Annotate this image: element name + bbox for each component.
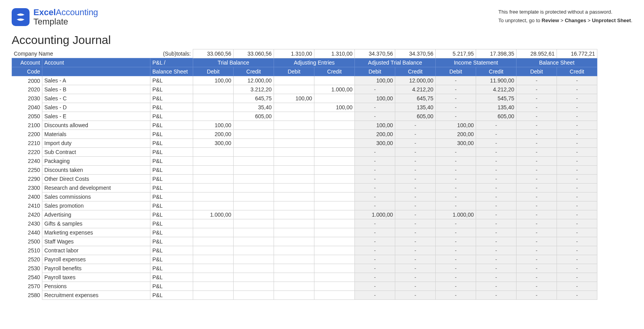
cell-account[interactable]: Sales promotion [42, 201, 150, 210]
cell-adj-debit[interactable] [274, 201, 314, 210]
cell-tb-debit[interactable] [193, 175, 234, 184]
cell-tb-debit[interactable] [193, 112, 234, 121]
cell-code[interactable]: 2050 [12, 112, 42, 121]
cell-account[interactable]: Recruitment expenses [42, 291, 150, 300]
cell-tb-credit[interactable] [234, 166, 274, 175]
cell-code[interactable]: 2040 [12, 103, 42, 112]
cell-is-debit[interactable]: - [436, 273, 476, 282]
cell-atb-credit[interactable]: 12.000,00 [395, 76, 436, 85]
cell-type[interactable]: P&L [150, 228, 193, 237]
cell-tb-debit[interactable] [193, 192, 234, 201]
cell-tb-debit[interactable] [193, 201, 234, 210]
cell-bs-debit[interactable]: - [517, 246, 557, 255]
cell-tb-debit[interactable] [193, 157, 234, 166]
cell-tb-debit[interactable] [193, 184, 234, 192]
cell-tb-debit[interactable] [193, 166, 234, 175]
cell-type[interactable]: P&L [150, 130, 193, 139]
cell-atb-credit[interactable]: - [395, 139, 436, 148]
cell-atb-debit[interactable]: - [355, 157, 395, 166]
cell-bs-credit[interactable]: - [557, 219, 597, 228]
cell-atb-debit[interactable]: 100,00 [355, 94, 395, 103]
cell-atb-debit[interactable]: - [355, 237, 395, 246]
cell-code[interactable]: 2580 [12, 291, 42, 300]
cell-tb-debit[interactable] [193, 219, 234, 228]
cell-type[interactable]: P&L [150, 175, 193, 184]
cell-code[interactable]: 2250 [12, 166, 42, 175]
cell-tb-credit[interactable] [234, 282, 274, 291]
cell-is-debit[interactable]: - [436, 246, 476, 255]
cell-bs-credit[interactable]: - [557, 76, 597, 85]
cell-bs-debit[interactable]: - [517, 264, 557, 273]
cell-account[interactable]: Other Direct Costs [42, 175, 150, 184]
cell-code[interactable]: 2420 [12, 210, 42, 219]
cell-adj-credit[interactable] [314, 246, 355, 255]
cell-is-debit[interactable]: - [436, 228, 476, 237]
cell-adj-credit[interactable] [314, 94, 355, 103]
cell-atb-credit[interactable]: - [395, 255, 436, 264]
cell-bs-credit[interactable]: - [557, 264, 597, 273]
cell-tb-credit[interactable] [234, 139, 274, 148]
cell-bs-debit[interactable]: - [517, 219, 557, 228]
cell-adj-debit[interactable] [274, 282, 314, 291]
cell-atb-credit[interactable]: 4.212,20 [395, 85, 436, 94]
cell-account[interactable]: Staff Wages [42, 237, 150, 246]
cell-is-credit[interactable]: - [476, 184, 517, 192]
cell-atb-credit[interactable]: - [395, 157, 436, 166]
cell-is-credit[interactable]: - [476, 121, 517, 130]
cell-atb-debit[interactable]: - [355, 255, 395, 264]
cell-tb-credit[interactable] [234, 246, 274, 255]
cell-account[interactable]: Research and development [42, 184, 150, 192]
cell-atb-credit[interactable]: - [395, 184, 436, 192]
cell-atb-debit[interactable]: 100,00 [355, 76, 395, 85]
cell-account[interactable]: Pensions [42, 282, 150, 291]
cell-tb-credit[interactable] [234, 219, 274, 228]
cell-bs-credit[interactable]: - [557, 85, 597, 94]
cell-code[interactable]: 2000 [12, 76, 42, 85]
cell-tb-credit[interactable] [234, 157, 274, 166]
cell-bs-debit[interactable]: - [517, 210, 557, 219]
cell-bs-debit[interactable]: - [517, 76, 557, 85]
cell-atb-debit[interactable]: - [355, 112, 395, 121]
cell-adj-debit[interactable] [274, 184, 314, 192]
cell-tb-credit[interactable] [234, 121, 274, 130]
cell-bs-debit[interactable]: - [517, 139, 557, 148]
cell-code[interactable]: 2100 [12, 121, 42, 130]
cell-tb-debit[interactable] [193, 273, 234, 282]
cell-atb-credit[interactable]: - [395, 130, 436, 139]
cell-atb-debit[interactable]: 1.000,00 [355, 210, 395, 219]
cell-is-credit[interactable]: - [476, 246, 517, 255]
cell-bs-debit[interactable]: - [517, 237, 557, 246]
cell-bs-debit[interactable]: - [517, 228, 557, 237]
cell-tb-credit[interactable] [234, 237, 274, 246]
cell-adj-credit[interactable] [314, 175, 355, 184]
cell-bs-debit[interactable]: - [517, 148, 557, 157]
cell-atb-credit[interactable]: - [395, 121, 436, 130]
cell-is-credit[interactable]: - [476, 166, 517, 175]
cell-bs-credit[interactable]: - [557, 121, 597, 130]
cell-tb-debit[interactable] [193, 282, 234, 291]
cell-adj-credit[interactable] [314, 148, 355, 157]
cell-tb-debit[interactable]: 200,00 [193, 130, 234, 139]
cell-adj-debit[interactable] [274, 228, 314, 237]
cell-bs-debit[interactable]: - [517, 166, 557, 175]
cell-tb-credit[interactable]: 12.000,00 [234, 76, 274, 85]
cell-is-debit[interactable]: - [436, 255, 476, 264]
cell-is-debit[interactable]: - [436, 291, 476, 300]
cell-tb-debit[interactable] [193, 148, 234, 157]
cell-bs-debit[interactable]: - [517, 255, 557, 264]
cell-account[interactable]: Marketing expenses [42, 228, 150, 237]
cell-is-credit[interactable]: - [476, 273, 517, 282]
cell-atb-credit[interactable]: - [395, 264, 436, 273]
cell-account[interactable]: Payroll taxes [42, 273, 150, 282]
cell-atb-credit[interactable]: - [395, 246, 436, 255]
cell-type[interactable]: P&L [150, 273, 193, 282]
cell-is-credit[interactable]: 11.900,00 [476, 76, 517, 85]
cell-adj-credit[interactable] [314, 201, 355, 210]
cell-atb-debit[interactable]: - [355, 246, 395, 255]
cell-is-debit[interactable]: - [436, 264, 476, 273]
cell-bs-debit[interactable]: - [517, 121, 557, 130]
cell-type[interactable]: P&L [150, 192, 193, 201]
cell-bs-debit[interactable]: - [517, 85, 557, 94]
cell-tb-credit[interactable] [234, 264, 274, 273]
cell-type[interactable]: P&L [150, 112, 193, 121]
